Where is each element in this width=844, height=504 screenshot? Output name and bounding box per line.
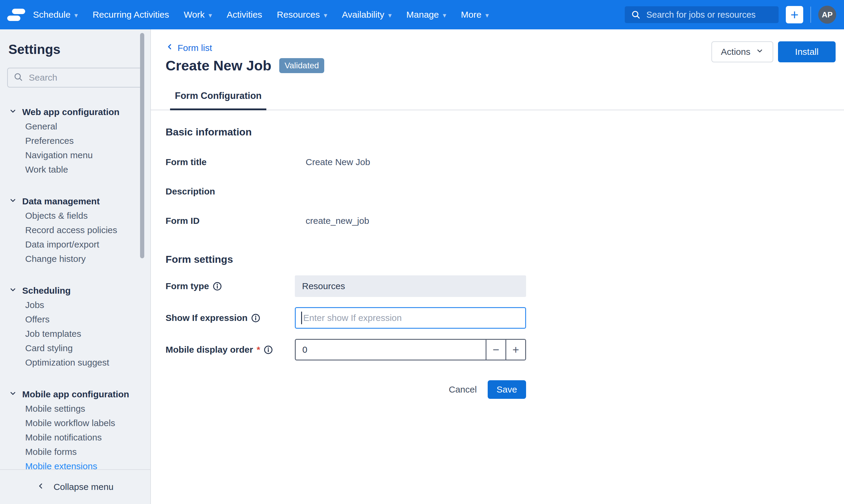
back-to-form-list-link[interactable]: Form list: [166, 42, 212, 53]
increment-button[interactable]: +: [505, 340, 525, 360]
form-type-label: Form type: [166, 281, 295, 291]
sidebar-section-header[interactable]: Scheduling: [9, 284, 150, 298]
info-icon[interactable]: [213, 282, 222, 291]
collapse-menu-button[interactable]: Collapse menu: [0, 469, 150, 504]
nav-item-label: Schedule: [33, 10, 70, 20]
sidebar-item-data-import-export[interactable]: Data import/export: [25, 237, 150, 252]
nav-item-label: Activities: [227, 10, 262, 20]
global-search-placeholder: Search for jobs or resources: [647, 10, 756, 20]
avatar-initials: AP: [822, 10, 832, 19]
actions-button-label: Actions: [721, 47, 751, 57]
caret-down-icon: ▾: [443, 11, 446, 19]
sidebar-section-header[interactable]: Data management: [9, 194, 150, 209]
form-action-buttons: Cancel Save: [166, 380, 526, 399]
sidebar-section-data-management: Data management Objects & fields Record …: [0, 194, 150, 266]
collapse-menu-label: Collapse menu: [53, 482, 114, 492]
sidebar-item-mobile-notifications[interactable]: Mobile notifications: [25, 430, 150, 445]
install-button[interactable]: Install: [778, 41, 836, 62]
chevron-left-icon: [166, 42, 174, 53]
mobile-display-order-value: 0: [302, 345, 307, 355]
tab-bar: Form Configuration: [151, 90, 844, 110]
actions-button[interactable]: Actions: [711, 41, 773, 62]
sidebar-section-header[interactable]: Web app configuration: [9, 105, 150, 119]
show-if-expression-row: Show If expression Enter show If express…: [166, 307, 836, 329]
sidebar-section-header[interactable]: Mobile app configuration: [9, 387, 150, 401]
sidebar-scrollbar[interactable]: [140, 33, 144, 258]
form-type-label-text: Form type: [166, 281, 209, 291]
sidebar-item-mobile-settings[interactable]: Mobile settings: [25, 401, 150, 416]
sidebar-search-input[interactable]: Search: [7, 68, 143, 88]
sidebar-item-mobile-workflow-labels[interactable]: Mobile workflow labels: [25, 416, 150, 430]
mobile-display-order-input[interactable]: 0: [296, 340, 486, 360]
sidebar-item-job-templates[interactable]: Job templates: [25, 327, 150, 341]
sidebar-item-card-styling[interactable]: Card styling: [25, 341, 150, 355]
chevron-down-icon: [9, 196, 17, 206]
form-type-value: Resources: [302, 281, 345, 291]
form-type-select[interactable]: Resources: [295, 275, 526, 297]
minus-icon: −: [493, 343, 499, 356]
required-asterisk: *: [257, 345, 260, 355]
logo-shape: [12, 9, 25, 14]
sidebar-item-preferences[interactable]: Preferences: [25, 133, 150, 148]
install-button-label: Install: [795, 47, 819, 57]
sidebar-item-optimization-suggest[interactable]: Optimization suggest: [25, 355, 150, 370]
settings-sidebar: Settings Search Web app configuration Ge…: [0, 29, 151, 504]
search-icon: [631, 10, 641, 20]
sidebar-item-navigation-menu[interactable]: Navigation menu: [25, 148, 150, 162]
nav-item-schedule[interactable]: Schedule ▾: [33, 10, 78, 20]
sidebar-item-objects-fields[interactable]: Objects & fields: [25, 209, 150, 223]
show-if-label-text: Show If expression: [166, 313, 247, 323]
nav-item-availability[interactable]: Availability ▾: [342, 10, 392, 20]
form-title-row: Form title Create New Job: [166, 157, 836, 167]
nav-item-label: Resources: [277, 10, 320, 20]
status-badge: Validated: [279, 58, 325, 73]
mobile-display-order-label-text: Mobile display order: [166, 345, 253, 355]
caret-down-icon: ▾: [485, 11, 489, 19]
sidebar-section-web-app-configuration: Web app configuration General Preference…: [0, 105, 150, 177]
mobile-display-order-row: Mobile display order * 0 − +: [166, 339, 836, 360]
chevron-down-icon: [9, 286, 17, 296]
sidebar-item-jobs[interactable]: Jobs: [25, 298, 150, 312]
plus-icon: +: [791, 8, 799, 22]
form-title-value: Create New Job: [295, 157, 370, 167]
global-search-input[interactable]: Search for jobs or resources: [625, 6, 779, 23]
decrement-button[interactable]: −: [486, 340, 505, 360]
sidebar-item-general[interactable]: General: [25, 119, 150, 133]
chevron-down-icon: [756, 47, 764, 57]
form-id-label: Form ID: [166, 216, 295, 226]
skedulo-logo[interactable]: [0, 0, 33, 29]
description-value: [295, 186, 306, 197]
text-cursor: [301, 312, 302, 324]
logo-shape: [7, 16, 20, 21]
form-title-label: Form title: [166, 157, 295, 167]
nav-item-recurring-activities[interactable]: Recurring Activities: [93, 10, 169, 20]
nav-item-activities[interactable]: Activities: [227, 10, 262, 20]
chevron-left-icon: [37, 482, 45, 492]
sidebar-item-record-access-policies[interactable]: Record access policies: [25, 223, 150, 237]
nav-item-label: Work: [184, 10, 205, 20]
caret-down-icon: ▾: [74, 11, 78, 19]
avatar[interactable]: AP: [818, 6, 836, 24]
nav-item-more[interactable]: More ▾: [461, 10, 489, 20]
sidebar-item-change-history[interactable]: Change history: [25, 252, 150, 266]
save-button-label: Save: [497, 384, 517, 395]
sidebar-item-mobile-forms[interactable]: Mobile forms: [25, 445, 150, 459]
basic-information-heading: Basic information: [166, 126, 836, 138]
save-button[interactable]: Save: [488, 380, 526, 399]
nav-item-work[interactable]: Work ▾: [184, 10, 212, 20]
caret-down-icon: ▾: [388, 11, 392, 19]
sidebar-item-work-table[interactable]: Work table: [25, 162, 150, 177]
info-icon[interactable]: [251, 313, 260, 323]
section-label: Mobile app configuration: [22, 389, 129, 399]
cancel-button[interactable]: Cancel: [449, 384, 477, 395]
tab-form-configuration[interactable]: Form Configuration: [170, 90, 266, 110]
form-type-row: Form type Resources: [166, 275, 836, 297]
sidebar-item-offers[interactable]: Offers: [25, 312, 150, 327]
nav-item-resources[interactable]: Resources ▾: [277, 10, 327, 20]
nav-item-manage[interactable]: Manage ▾: [407, 10, 446, 20]
nav-divider: [810, 6, 811, 23]
create-button[interactable]: +: [786, 6, 803, 23]
show-if-expression-input[interactable]: Enter show If expression: [295, 307, 526, 329]
chevron-down-icon: [9, 107, 17, 117]
info-icon[interactable]: [264, 345, 273, 355]
